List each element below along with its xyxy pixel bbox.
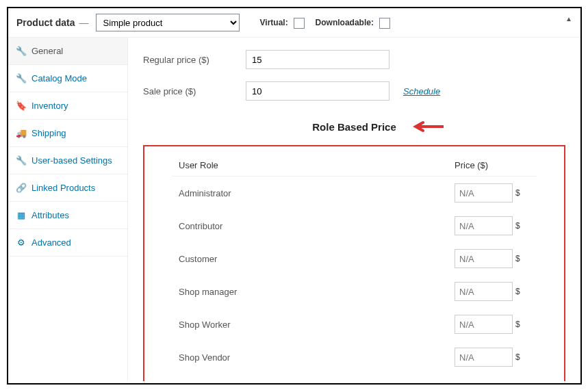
sidebar-item-catalog-mode[interactable]: 🔧 Catalog Mode — [8, 65, 127, 92]
sidebar-item-general[interactable]: 🔧 General — [8, 38, 127, 65]
table-row: Administrator $ — [172, 177, 537, 209]
downloadable-checkbox[interactable] — [379, 18, 390, 29]
table-row: Customer $ — [172, 242, 537, 275]
sale-price-input[interactable] — [246, 81, 389, 101]
sidebar-item-linked-products[interactable]: 🔗 Linked Products — [8, 174, 127, 202]
table-row: Shop manager $ — [172, 275, 537, 308]
tag-icon: 🔖 — [16, 101, 26, 111]
virtual-checkbox[interactable] — [294, 18, 305, 29]
regular-price-input[interactable] — [246, 50, 389, 69]
sidebar-item-attributes[interactable]: ▦ Attributes — [8, 202, 127, 229]
collapse-icon[interactable]: ▲ — [565, 15, 572, 23]
link-icon: 🔗 — [16, 183, 26, 193]
product-data-panel: Product data — Simple product Virtual: D… — [7, 7, 582, 385]
sidebar-item-label: Inventory — [31, 101, 68, 111]
role-name: Administrator — [179, 188, 455, 198]
arrow-icon — [409, 120, 444, 135]
table-row: Shop Vendor $ — [172, 341, 537, 374]
role-price-input[interactable] — [455, 249, 513, 268]
wrench-icon: 🔧 — [16, 46, 26, 56]
sidebar: 🔧 General 🔧 Catalog Mode 🔖 Inventory 🚚 S… — [8, 38, 128, 381]
col-price: Price ($) — [455, 160, 530, 170]
role-name: Contributor — [179, 221, 455, 231]
header-options: Virtual: Downloadable: — [260, 16, 390, 28]
sidebar-item-label: Advanced — [31, 237, 71, 248]
sidebar-item-advanced[interactable]: ⚙ Advanced — [8, 229, 127, 257]
role-name: Shop Vendor — [179, 352, 455, 363]
role-price-table: User Role Price ($) Administrator $ Cont… — [143, 145, 565, 381]
wrench-icon: 🔧 — [16, 73, 26, 83]
sidebar-item-shipping[interactable]: 🚚 Shipping — [8, 120, 127, 147]
role-price-input[interactable] — [455, 183, 513, 203]
role-name: Shop Worker — [179, 320, 455, 330]
virtual-label: Virtual: — [260, 18, 288, 27]
role-name: Customer — [179, 254, 455, 264]
wrench-icon: 🔧 — [16, 155, 26, 166]
col-user-role: User Role — [179, 160, 455, 170]
sidebar-item-label: User-based Settings — [31, 155, 112, 166]
role-name: Shop manager — [179, 287, 455, 297]
role-price-input[interactable] — [455, 315, 513, 334]
regular-price-label: Regular price ($) — [143, 55, 246, 65]
sidebar-item-label: Shipping — [31, 128, 66, 138]
list-icon: ▦ — [16, 210, 26, 220]
schedule-link[interactable]: Schedule — [403, 86, 440, 96]
role-price-input[interactable] — [455, 282, 513, 301]
gear-icon: ⚙ — [16, 237, 26, 248]
panel-header: Product data — Simple product Virtual: D… — [8, 8, 580, 38]
table-row: Contributor $ — [172, 209, 537, 242]
sidebar-item-user-based-settings[interactable]: 🔧 User-based Settings — [8, 147, 127, 174]
sidebar-item-label: Catalog Mode — [31, 73, 87, 83]
role-price-input[interactable] — [455, 216, 513, 235]
product-type-select[interactable]: Simple product — [96, 14, 240, 31]
main-content: Regular price ($) Sale price ($) Schedul… — [128, 38, 580, 381]
sidebar-item-label: Attributes — [31, 210, 69, 220]
panel-title: Product data — [16, 17, 75, 28]
truck-icon: 🚚 — [16, 128, 26, 138]
sidebar-item-label: Linked Products — [31, 183, 95, 193]
role-price-input[interactable] — [455, 348, 513, 367]
role-based-price-heading: Role Based Price — [143, 121, 565, 133]
sidebar-item-label: General — [31, 46, 63, 56]
downloadable-label: Downloadable: — [316, 18, 374, 27]
table-row: Shop Worker $ — [172, 308, 537, 341]
sidebar-item-inventory[interactable]: 🔖 Inventory — [8, 92, 127, 120]
sale-price-label: Sale price ($) — [143, 86, 246, 96]
